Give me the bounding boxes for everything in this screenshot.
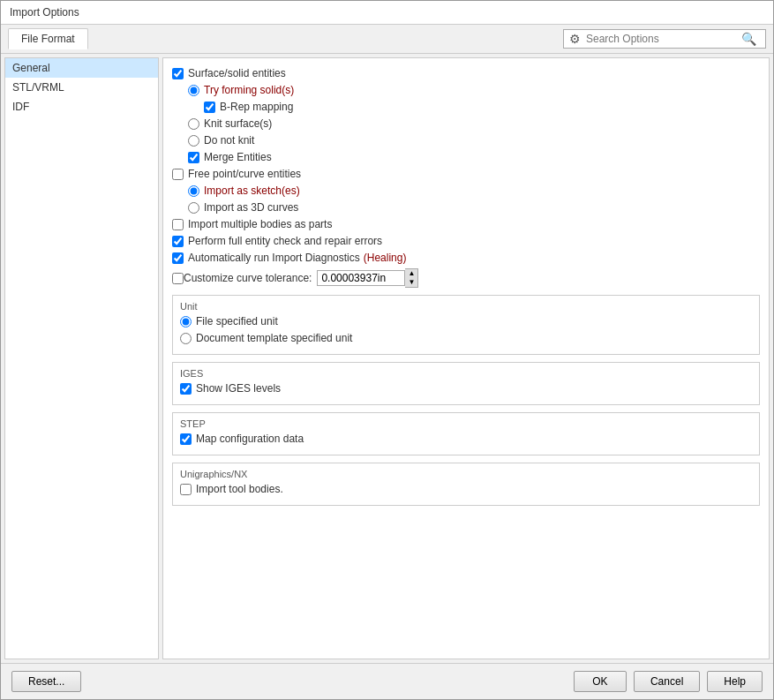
surface-solid-label[interactable]: Surface/solid entities	[172, 67, 286, 79]
map-config-row: Map configuration data	[180, 433, 752, 445]
auto-run-label[interactable]: Automatically run Import Diagnostics (He…	[172, 252, 406, 264]
free-point-row: Free point/curve entities	[172, 168, 760, 180]
merge-entities-row: Merge Entities	[188, 151, 760, 163]
map-config-checkbox[interactable]	[180, 433, 192, 445]
toolbar: File Format ⚙ 🔍	[1, 25, 773, 54]
sidebar-item-general[interactable]: General	[5, 58, 158, 78]
brep-row: B-Rep mapping	[204, 101, 760, 113]
show-iges-label[interactable]: Show IGES levels	[180, 382, 281, 395]
dialog-title: Import Options	[10, 6, 79, 19]
surface-solid-checkbox[interactable]	[172, 68, 184, 79]
iges-section-title: IGES	[180, 368, 752, 379]
spin-up-button[interactable]: ▲	[405, 269, 417, 278]
free-point-checkbox[interactable]	[172, 169, 184, 180]
import-3d-radio[interactable]	[188, 202, 199, 214]
tab-file-format[interactable]: File Format	[8, 28, 88, 49]
search-box: ⚙ 🔍	[563, 29, 766, 49]
search-icon: 🔍	[741, 32, 756, 46]
knit-radio[interactable]	[188, 118, 199, 130]
help-button[interactable]: Help	[707, 671, 763, 692]
auto-run-row: Automatically run Import Diagnostics (He…	[172, 252, 760, 264]
file-specified-label[interactable]: File specified unit	[180, 315, 278, 327]
show-iges-checkbox[interactable]	[180, 383, 192, 395]
try-forming-label[interactable]: Try forming solid(s)	[188, 84, 294, 96]
main-panel: Surface/solid entities Try forming solid…	[162, 57, 770, 659]
merge-entities-checkbox[interactable]	[188, 152, 199, 163]
knit-row: Knit surface(s)	[188, 117, 760, 130]
gear-icon: ⚙	[569, 32, 581, 46]
title-bar: Import Options	[1, 1, 773, 25]
ok-cancel-help: OK Cancel Help	[574, 671, 763, 692]
curve-tolerance-input: ▲ ▼	[317, 268, 418, 288]
brep-checkbox[interactable]	[204, 102, 215, 113]
map-config-label[interactable]: Map configuration data	[180, 433, 304, 445]
import-multiple-label[interactable]: Import multiple bodies as parts	[172, 218, 332, 230]
free-point-label[interactable]: Free point/curve entities	[172, 168, 301, 180]
knit-label[interactable]: Knit surface(s)	[188, 117, 272, 130]
iges-section: IGES Show IGES levels	[172, 362, 760, 405]
import-sketches-row: Import as sketch(es)	[188, 184, 760, 197]
auto-run-checkbox[interactable]	[172, 252, 184, 264]
tab-bar: File Format	[8, 28, 88, 49]
import-tool-checkbox[interactable]	[180, 484, 192, 495]
document-template-radio[interactable]	[180, 333, 192, 344]
content-area: General STL/VRML IDF Surface/solid entit…	[1, 54, 773, 663]
customize-curve-row: Customize curve tolerance: ▲ ▼	[172, 268, 760, 288]
spin-down-button[interactable]: ▼	[405, 278, 417, 287]
import-3d-row: Import as 3D curves	[188, 201, 760, 214]
import-multiple-checkbox[interactable]	[172, 219, 184, 230]
import-sketches-radio[interactable]	[188, 185, 199, 197]
perform-full-label[interactable]: Perform full entity check and repair err…	[172, 235, 382, 247]
try-forming-row: Try forming solid(s)	[188, 84, 760, 96]
perform-full-row: Perform full entity check and repair err…	[172, 235, 760, 247]
import-options-dialog: Import Options File Format ⚙ 🔍 General S…	[0, 0, 774, 700]
sidebar-item-idf[interactable]: IDF	[5, 97, 158, 117]
customize-curve-label[interactable]: Customize curve tolerance:	[172, 272, 312, 284]
brep-label[interactable]: B-Rep mapping	[204, 101, 293, 113]
unigraphics-section-title: Unigraphics/NX	[180, 469, 752, 479]
unigraphics-section: Unigraphics/NX Import tool bodies.	[172, 463, 760, 506]
do-not-knit-row: Do not knit	[188, 134, 760, 147]
sidebar-item-stl-vrml[interactable]: STL/VRML	[5, 78, 158, 97]
customize-curve-checkbox[interactable]	[172, 273, 184, 284]
sidebar: General STL/VRML IDF	[4, 57, 159, 659]
file-specified-radio[interactable]	[180, 316, 192, 327]
import-tool-label[interactable]: Import tool bodies.	[180, 483, 283, 495]
curve-tolerance-field[interactable]	[317, 270, 405, 286]
spin-buttons: ▲ ▼	[405, 268, 418, 288]
import-sketches-label[interactable]: Import as sketch(es)	[188, 184, 300, 197]
merge-entities-label[interactable]: Merge Entities	[188, 151, 272, 163]
document-template-label[interactable]: Document template specified unit	[180, 332, 352, 344]
ok-button[interactable]: OK	[574, 671, 627, 692]
try-forming-radio[interactable]	[188, 85, 199, 96]
step-section-title: STEP	[180, 418, 752, 429]
document-template-row: Document template specified unit	[180, 332, 752, 344]
step-section: STEP Map configuration data	[172, 412, 760, 455]
unit-section: Unit File specified unit Document templa…	[172, 295, 760, 355]
file-specified-row: File specified unit	[180, 315, 752, 327]
cancel-button[interactable]: Cancel	[634, 671, 700, 692]
do-not-knit-radio[interactable]	[188, 135, 199, 147]
show-iges-row: Show IGES levels	[180, 382, 752, 395]
perform-full-checkbox[interactable]	[172, 236, 184, 247]
bottom-bar: Reset... OK Cancel Help	[1, 663, 773, 699]
reset-button[interactable]: Reset...	[11, 671, 81, 692]
surface-solid-row: Surface/solid entities	[172, 67, 760, 79]
do-not-knit-label[interactable]: Do not knit	[188, 134, 254, 147]
import-multiple-row: Import multiple bodies as parts	[172, 218, 760, 230]
search-input[interactable]	[586, 33, 741, 45]
import-3d-label[interactable]: Import as 3D curves	[188, 201, 298, 214]
unit-section-title: Unit	[180, 301, 752, 312]
import-tool-row: Import tool bodies.	[180, 483, 752, 495]
